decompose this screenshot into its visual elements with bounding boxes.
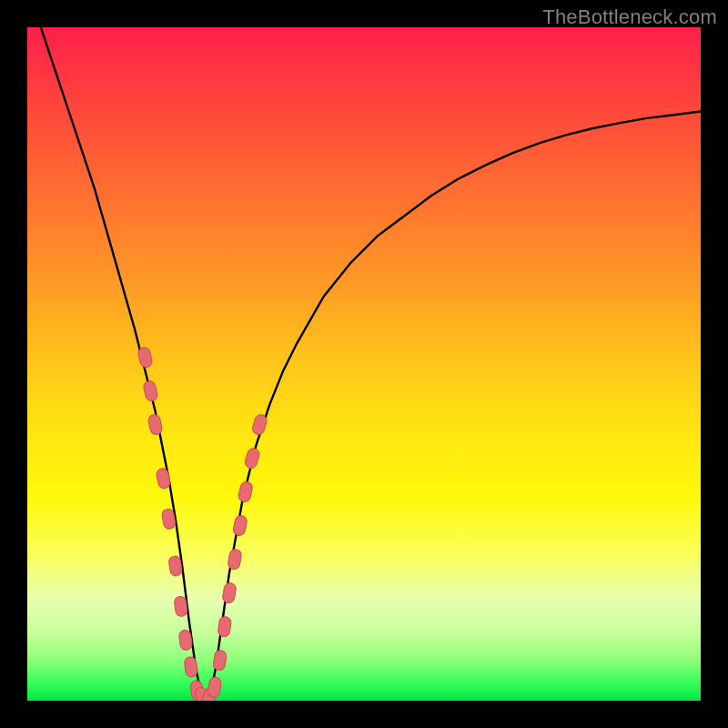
curve-marker (222, 582, 237, 604)
curve-marker (251, 413, 268, 436)
curve-layer (27, 27, 701, 701)
bottleneck-curve (41, 27, 701, 701)
curve-marker (244, 447, 261, 470)
curve-marker (217, 616, 232, 638)
curve-marker (147, 413, 163, 435)
curve-marker (228, 549, 242, 571)
chart-frame: TheBottleneck.com (0, 0, 728, 728)
curve-marker (232, 514, 248, 536)
curve-marker (137, 346, 154, 368)
curve-marker (184, 656, 198, 678)
curve-marker (213, 650, 228, 672)
plot-area (27, 27, 701, 701)
curve-marker (156, 468, 171, 490)
curve-markers (137, 346, 268, 701)
curve-marker (142, 379, 158, 401)
curve-marker (207, 676, 221, 698)
watermark-text: TheBottleneck.com (542, 5, 717, 29)
curve-marker (238, 480, 253, 502)
